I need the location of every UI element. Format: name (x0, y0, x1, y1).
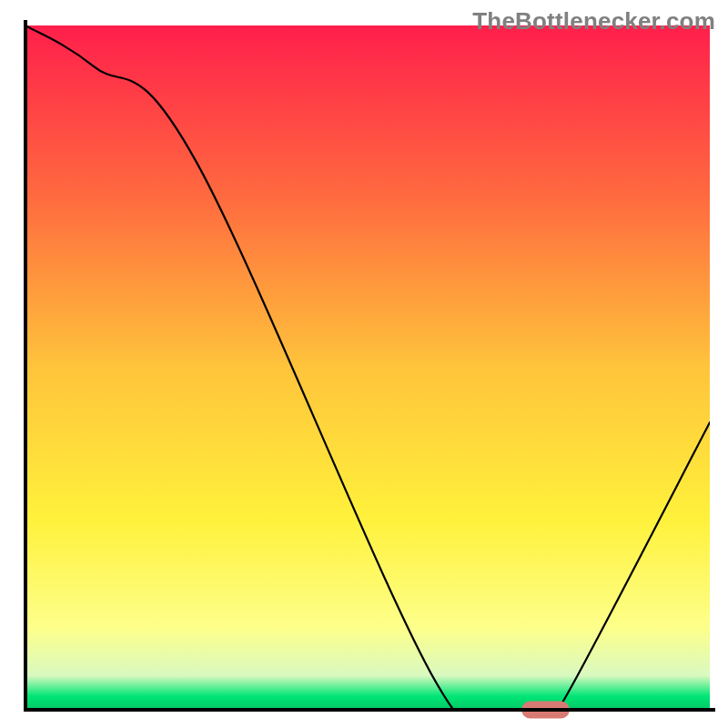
bottleneck-chart (0, 0, 728, 728)
gradient-background (25, 25, 710, 710)
watermark-text: TheBottlenecker.com (472, 7, 715, 35)
chart-frame: TheBottlenecker.com (0, 0, 728, 728)
